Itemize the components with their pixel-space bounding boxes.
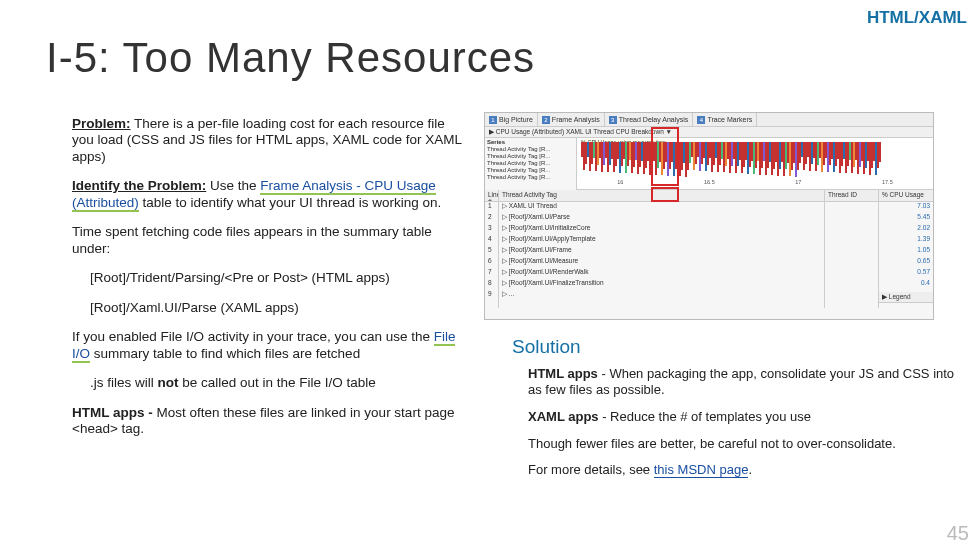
fetching-paragraph: Time spent fetching code files appears i… — [72, 224, 468, 257]
plot-area: Series Thread Activity Tag [R... Thread … — [485, 138, 933, 190]
summary-table: Line # 1 2 3 4 5 6 7 8 9 Thread Activity… — [485, 190, 933, 308]
analysis-screenshot: 1Big Picture 2Frame Analysis 3Thread Del… — [484, 112, 934, 320]
right-column: 1Big Picture 2Frame Analysis 3Thread Del… — [484, 116, 955, 551]
fileio-paragraph: If you enabled File I/O activity in your… — [72, 329, 468, 362]
tab-trace-markers: 4Trace Markers — [693, 113, 757, 126]
fileio-pre: If you enabled File I/O activity in your… — [72, 329, 434, 344]
identify-post: table to identify what your UI thread is… — [139, 195, 441, 210]
left-column: Problem: There is a per-file loading cos… — [72, 116, 484, 551]
screenshot-toolbar: ▶ CPU Usage (Attributed) XAML UI Thread … — [485, 127, 933, 138]
path-xaml: [Root]/Xaml.UI/Parse (XAML apps) — [90, 300, 468, 316]
solution-heading: Solution — [512, 336, 955, 358]
htmlapps-paragraph: HTML apps - Most often these files are l… — [72, 405, 468, 438]
path-html: [Root]/Trident/Parsing/<Pre or Post> (HT… — [90, 270, 468, 286]
tab-big-picture: 1Big Picture — [485, 113, 538, 126]
problem-paragraph: Problem: There is a per-file loading cos… — [72, 116, 468, 165]
solution-details: For more details, see this MSDN page. — [528, 462, 955, 478]
js-note: .js files will not be called out in the … — [90, 375, 468, 391]
problem-text: There is a per-file loading cost for eac… — [72, 116, 461, 164]
content-columns: Problem: There is a per-file loading cos… — [0, 116, 979, 551]
slide-title: I-5: Too Many Resources — [46, 34, 535, 82]
identify-paragraph: Identify the Problem: Use the Frame Anal… — [72, 178, 468, 211]
htmlapps-label: HTML apps - — [72, 405, 153, 420]
msdn-link[interactable]: this MSDN page — [654, 462, 749, 478]
platform-badge: HTML/XAML — [867, 8, 967, 28]
series-labels: Series Thread Activity Tag [R... Thread … — [485, 138, 577, 190]
tab-thread-delay: 3Thread Delay Analysis — [605, 113, 694, 126]
solution-section: Solution HTML apps - When packaging the … — [512, 336, 955, 489]
screenshot-tabs: 1Big Picture 2Frame Analysis 3Thread Del… — [485, 113, 933, 127]
timeline-plot: % CPU Usage using resource time... 16 16… — [577, 138, 933, 190]
problem-label: Problem: — [72, 116, 131, 131]
identify-label: Identify the Problem: — [72, 178, 206, 193]
identify-pre: Use the — [206, 178, 260, 193]
page-number: 45 — [947, 522, 969, 545]
fileio-post: summary table to find which files are fe… — [90, 346, 360, 361]
solution-html: HTML apps - When packaging the app, cons… — [528, 366, 955, 398]
solution-caution: Though fewer files are better, be carefu… — [528, 436, 955, 452]
solution-xaml: XAML apps - Reduce the # of templates yo… — [528, 409, 955, 425]
tab-frame-analysis: 2Frame Analysis — [538, 113, 605, 126]
